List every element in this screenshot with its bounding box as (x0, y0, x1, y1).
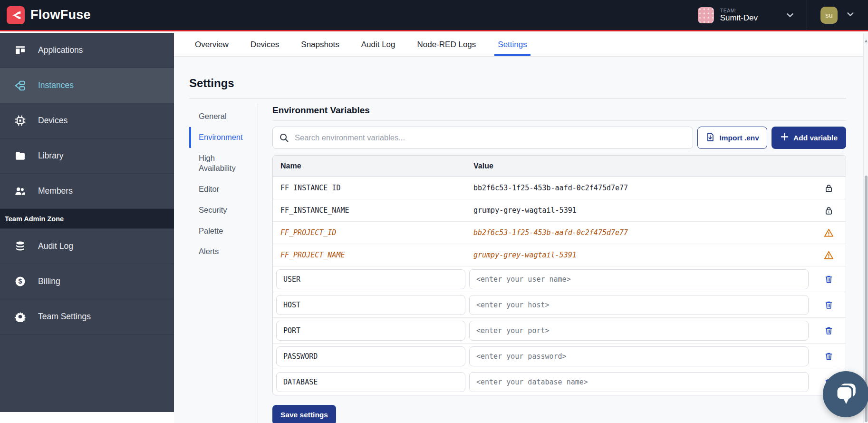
env-name: FF_PROJECT_ID (273, 228, 473, 237)
lock-icon (811, 206, 846, 215)
team-switcher[interactable]: TEAM: Sumit-Dev (685, 0, 807, 30)
sidebar-item-library[interactable]: Library (0, 138, 174, 174)
team-admin-zone-label: Team Admin Zone (0, 209, 174, 229)
env-value-input[interactable] (469, 372, 809, 392)
sidebar-item-label: Instances (38, 80, 74, 90)
team-name: Sumit-Dev (720, 13, 758, 23)
env-value: bb2f6c53-1f25-453b-aafd-0c2f475d7e77 (473, 184, 811, 192)
subnav-item-editor[interactable]: Editor (189, 179, 258, 200)
sidebar-item-devices[interactable]: Devices (0, 103, 174, 138)
database-icon (14, 241, 26, 252)
table-row: FF_PROJECT_ID bb2f6c53-1f25-453b-aafd-0c… (273, 222, 846, 244)
table-row: FF_PROJECT_NAME grumpy-grey-wagtail-5391 (273, 244, 846, 266)
env-value: bb2f6c53-1f25-453b-aafd-0c2f475d7e77 (473, 228, 811, 237)
env-name: FF_INSTANCE_ID (273, 184, 473, 192)
save-settings-button[interactable]: Save settings (272, 405, 336, 423)
sidebar-item-audit-log[interactable]: Audit Log (0, 229, 174, 264)
subnav-item-alerts[interactable]: Alerts (189, 241, 258, 262)
env-value: grumpy-grey-wagtail-5391 (473, 251, 811, 259)
tab-snapshots[interactable]: Snapshots (301, 33, 339, 56)
delete-variable-button[interactable] (811, 300, 846, 309)
tab-audit-log[interactable]: Audit Log (361, 33, 395, 56)
table-row (273, 369, 846, 395)
subnav-item-environment[interactable]: Environment (189, 127, 258, 148)
chevron-down-icon (846, 10, 855, 20)
sidebar-item-label: Team Settings (38, 312, 91, 322)
env-value-input[interactable] (469, 269, 809, 289)
settings-subnav: General Environment High Availability Ed… (189, 103, 258, 423)
instances-icon (14, 80, 26, 91)
env-name-input[interactable] (276, 372, 465, 392)
env-value: grumpy-grey-wagtail-5391 (473, 206, 811, 215)
subnav-item-high-availability[interactable]: High Availability (189, 148, 258, 179)
users-icon (14, 186, 26, 197)
chip-icon (14, 115, 26, 126)
subnav-item-palette[interactable]: Palette (189, 221, 258, 242)
sidebar-item-team-settings[interactable]: Team Settings (0, 299, 174, 334)
delete-variable-button[interactable] (811, 326, 846, 335)
search-input[interactable] (272, 127, 693, 149)
lock-icon (811, 184, 846, 193)
search-icon (279, 133, 289, 145)
sidebar-item-applications[interactable]: Applications (0, 33, 174, 68)
table-row (273, 318, 846, 344)
sidebar-item-label: Devices (38, 116, 68, 126)
tab-overview[interactable]: Overview (195, 33, 229, 56)
env-value-input[interactable] (469, 346, 809, 366)
chevron-down-icon (786, 11, 794, 20)
table-row: FF_INSTANCE_NAME grumpy-grey-wagtail-539… (273, 199, 846, 222)
env-value-input[interactable] (469, 321, 809, 341)
applications-icon (14, 45, 26, 56)
subnav-item-security[interactable]: Security (189, 200, 258, 221)
import-file-icon (705, 132, 715, 144)
env-variables-table: Name Value FF_INSTANCE_ID bb2f6c53-1f25-… (272, 155, 846, 395)
title-divider (189, 98, 846, 98)
chat-bubble-icon (834, 382, 858, 407)
plus-icon (780, 132, 789, 143)
sidebar-item-label: Billing (38, 276, 60, 286)
app-header: FlowFuse TEAM: Sumit-Dev su (0, 0, 868, 31)
sidebar-item-members[interactable]: Members (0, 174, 174, 209)
table-row: FF_INSTANCE_ID bb2f6c53-1f25-453b-aafd-0… (273, 177, 846, 199)
sidebar: Applications Instances Devices Library (0, 33, 174, 412)
scroll-up-arrow-icon[interactable] (865, 39, 868, 42)
warning-icon (811, 228, 846, 238)
page-title: Settings (189, 77, 863, 90)
warning-icon (811, 250, 846, 260)
table-row (273, 292, 846, 318)
dollar-icon: $ (14, 276, 26, 287)
tab-settings[interactable]: Settings (498, 33, 527, 56)
delete-variable-button[interactable] (811, 275, 846, 284)
instance-tab-bar: Overview Devices Snapshots Audit Log Nod… (174, 33, 863, 57)
tab-node-red-logs[interactable]: Node-RED Logs (417, 33, 476, 56)
table-header-row: Name Value (273, 156, 846, 177)
user-menu[interactable]: su (807, 0, 868, 30)
env-name-input[interactable] (276, 269, 465, 289)
sidebar-item-instances[interactable]: Instances (0, 68, 174, 103)
env-value-input[interactable] (469, 295, 809, 315)
sidebar-item-label: Members (38, 186, 73, 196)
main-content: Settings General Environment High Availa… (174, 57, 863, 423)
svg-text:$: $ (18, 277, 22, 285)
section-heading: Environment Variables (272, 105, 846, 116)
subnav-item-general[interactable]: General (189, 106, 258, 127)
sidebar-item-billing[interactable]: $ Billing (0, 264, 174, 299)
delete-variable-button[interactable] (811, 352, 846, 361)
tab-devices[interactable]: Devices (251, 33, 279, 56)
env-name-input[interactable] (276, 295, 465, 315)
team-avatar (698, 7, 714, 23)
environment-panel: Environment Variables Im (258, 103, 846, 423)
column-header-name: Name (273, 162, 473, 170)
env-name-input[interactable] (276, 346, 465, 366)
flowfuse-logo-icon (7, 6, 25, 24)
env-name: FF_INSTANCE_NAME (273, 206, 473, 215)
gear-icon (14, 311, 26, 322)
add-variable-button[interactable]: Add variable (772, 127, 846, 149)
column-header-value: Value (473, 162, 811, 170)
table-row (273, 266, 846, 292)
sidebar-item-label: Applications (38, 45, 83, 55)
env-name-input[interactable] (276, 321, 465, 341)
brand-name: FlowFuse (30, 8, 91, 22)
chat-widget-button[interactable] (823, 371, 868, 417)
import-env-button[interactable]: Import .env (697, 127, 767, 149)
